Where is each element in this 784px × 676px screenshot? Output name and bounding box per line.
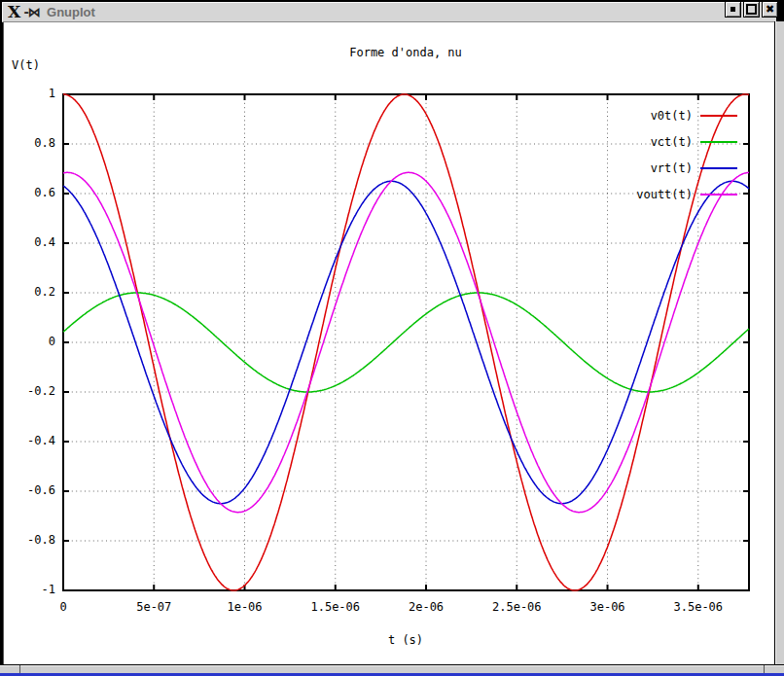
window-right-border bbox=[774, 21, 784, 665]
x-tick-label: 2e-06 bbox=[409, 600, 444, 614]
close-button[interactable]: ✖ bbox=[762, 1, 778, 18]
minimize-icon bbox=[731, 7, 735, 12]
legend-label: vrt(t) bbox=[651, 161, 693, 175]
x-tick-label: 0 bbox=[59, 600, 66, 614]
y-tick-label: 0.2 bbox=[5, 285, 55, 299]
y-tick-label: -0.4 bbox=[5, 434, 55, 447]
y-tick-label: 0.8 bbox=[5, 136, 55, 150]
legend-line-sample bbox=[700, 194, 737, 196]
minimize-button[interactable] bbox=[725, 1, 741, 18]
x-tick-label: 2.5e-06 bbox=[492, 600, 542, 614]
legend-row: vct(t) bbox=[564, 128, 737, 155]
y-tick-label: -1 bbox=[5, 583, 55, 596]
maximize-button[interactable] bbox=[743, 1, 760, 18]
window-resize-bar[interactable] bbox=[0, 664, 784, 673]
gnuplot-window: Forme d'onda, nu V(t) t (s) 05e-071e-061… bbox=[0, 0, 784, 676]
chart-title: Forme d'onda, nu bbox=[349, 46, 462, 59]
y-tick-label: 0 bbox=[5, 335, 55, 348]
legend-row: voutt(t) bbox=[564, 181, 737, 207]
x11-logo-icon: X bbox=[8, 4, 20, 20]
legend: v0t(t) vct(t) vrt(t) voutt(t) bbox=[564, 102, 737, 207]
legend-label: v0t(t) bbox=[651, 109, 693, 123]
legend-label: vct(t) bbox=[651, 135, 693, 149]
y-tick-label: 0.6 bbox=[5, 186, 55, 199]
x-axis-title: t (s) bbox=[388, 633, 423, 647]
x-tick-label: 3.5e-06 bbox=[673, 600, 723, 614]
x-tick-label: 1e-06 bbox=[227, 600, 262, 614]
resize-corner-notch bbox=[764, 665, 765, 673]
resize-corner-notch bbox=[19, 665, 20, 673]
x-tick-label: 3e-06 bbox=[589, 600, 624, 614]
y-axis-title: V(t) bbox=[12, 58, 40, 72]
legend-row: v0t(t) bbox=[564, 102, 737, 128]
y-tick-label: -0.2 bbox=[5, 384, 55, 398]
y-tick-label: 1 bbox=[5, 87, 55, 100]
maximize-icon bbox=[746, 4, 757, 15]
legend-row: vrt(t) bbox=[564, 155, 737, 181]
legend-line-sample bbox=[700, 167, 737, 169]
legend-label: voutt(t) bbox=[636, 188, 693, 201]
window-title: Gnuplot bbox=[47, 5, 95, 19]
window-titlebar[interactable]: X -⋈ Gnuplot bbox=[2, 2, 776, 22]
legend-line-sample bbox=[700, 115, 737, 117]
y-tick-label: -0.8 bbox=[5, 533, 55, 547]
close-icon: ✖ bbox=[766, 4, 774, 15]
y-tick-label: -0.6 bbox=[5, 483, 55, 497]
x-tick-label: 5e-07 bbox=[136, 600, 171, 614]
y-tick-label: 0.4 bbox=[5, 235, 55, 249]
pushpin-icon[interactable]: -⋈ bbox=[22, 5, 39, 19]
legend-line-sample bbox=[700, 141, 737, 143]
x-tick-label: 1.5e-06 bbox=[310, 600, 360, 614]
